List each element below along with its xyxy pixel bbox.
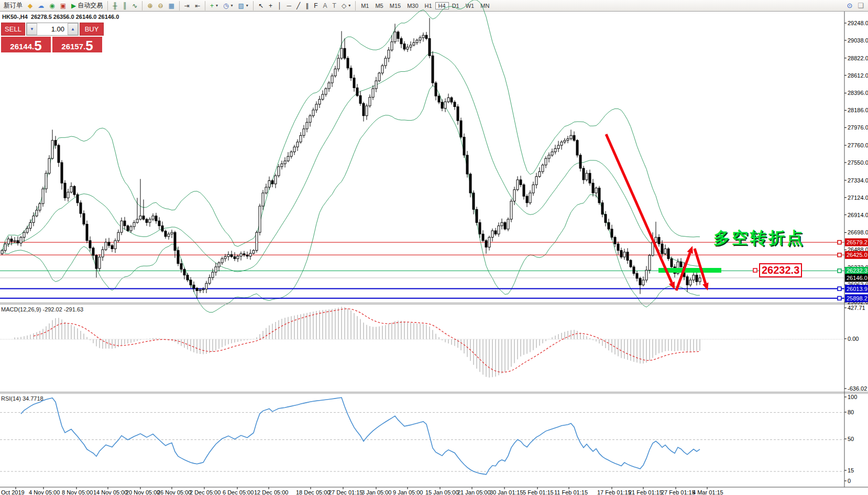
candle-body [667,249,669,259]
candle-body [589,173,591,183]
candle-body [391,42,393,50]
candle-body [92,248,94,255]
time-label: 21 Jan 05:00 [457,489,491,495]
candle-body [1,251,3,254]
candle-body [111,245,113,249]
candle-body [369,97,371,105]
candle-body [479,222,481,234]
candle-body [457,106,459,121]
rsi-axis-label: 15 [848,467,854,474]
time-label: 26 Nov 05:00 [157,489,191,495]
candle-body [26,228,28,232]
candle-body [661,244,663,254]
time-label: 2 Dec 05:00 [190,489,221,495]
candle-body [513,190,515,201]
rsi-axis-label: 0 [848,478,851,484]
trend-arrow-head-2 [687,246,693,254]
candle-body [460,121,462,137]
candle-body [127,226,129,231]
candle-body [205,283,207,289]
terminal-window: 新订单◆☁◉▣▶自动交易╫║∿⊕⊖▦⇥⇤+▾◷▾▧▾↖+│─╱∥FAT◇▾M1M… [0,0,868,495]
trend-arrow-head-3 [702,283,708,290]
candle-body [196,288,198,291]
candle-body [274,176,277,184]
trend-arrow-1[interactable] [606,134,672,283]
candle-body [152,216,154,219]
candle-body [208,277,211,283]
candle-body [378,73,380,81]
candle-body [284,161,286,164]
candle-body [557,145,559,148]
price-tick-label: 27976.0 [848,124,868,131]
candle-body [230,254,233,256]
ask-price[interactable]: 26157.5 [52,37,102,52]
candle-body [234,256,236,259]
candle-body [617,244,619,251]
candle-body [639,278,641,285]
candle-body [278,167,280,176]
candle-body [334,69,336,76]
price-tick-label: 26914.0 [848,212,868,218]
candle-body [696,275,698,282]
price-tick-label: 27760.0 [848,142,868,148]
candle-body [535,177,537,185]
candle-body [221,259,223,263]
candle-body [476,209,478,222]
candle-body [473,193,475,209]
level-connector-square[interactable] [838,287,841,290]
candle-body [397,32,399,39]
candle-body [124,221,126,225]
candle-body [406,47,409,49]
candle-body [353,78,355,88]
level-connector-square[interactable] [838,253,841,257]
price-tick-label: 29038.0 [848,37,868,44]
candle-body [39,203,41,210]
candle-body [36,210,38,216]
candle-body [240,254,242,256]
candle-body [595,188,597,193]
candle-body [388,50,390,58]
candle-body [80,203,82,213]
candle-body [309,116,311,123]
sell-button[interactable]: SELL [1,23,25,36]
candle-body [114,241,116,249]
candle-body [300,135,302,142]
candle-body [469,174,471,193]
rsi-axis-label: 50 [848,436,854,442]
candle-body [328,83,330,89]
level-connector-square[interactable] [838,269,841,273]
chart-symbol: HK50-,H4 [2,14,28,20]
candle-body [400,38,402,44]
candle-body [237,256,239,259]
candle-body [381,66,383,73]
candle-body [158,221,160,225]
level-label-25898.2: 25898.2 [847,295,867,302]
level-connector-square[interactable] [838,296,841,300]
candle-body [680,262,682,267]
callout-connector-square[interactable] [753,268,757,272]
candle-body [281,164,283,166]
candle-body [689,280,691,285]
candle-body [177,251,179,264]
time-label: Oct 2019 [1,489,25,495]
volume-value[interactable]: 1.00 [37,23,68,35]
bid-price[interactable]: 26144.5 [1,37,51,52]
level-connector-square[interactable] [838,241,841,244]
volume-stepper: ▼ 1.00 ▲ [26,23,79,36]
time-label: 21 Feb 01:15 [629,489,663,495]
price-tick-label: 28186.0 [848,107,868,113]
turning-point-annotation[interactable]: 多空转折点 [713,227,805,249]
candle-body [45,173,47,189]
candle-body [655,238,657,242]
candle-body [435,83,437,96]
volume-decrease-button[interactable]: ▼ [27,23,37,35]
candle-body [583,168,585,180]
buy-button[interactable]: BUY [80,23,104,36]
candle-body [262,193,264,206]
candle-body [350,68,352,78]
candle-body [73,186,75,195]
price-tick-label: 28396.0 [848,90,868,96]
price-callout-box[interactable]: 26232.3 [759,263,802,277]
volume-increase-button[interactable]: ▲ [68,23,78,35]
price-tick-label: 28612.0 [848,72,868,79]
